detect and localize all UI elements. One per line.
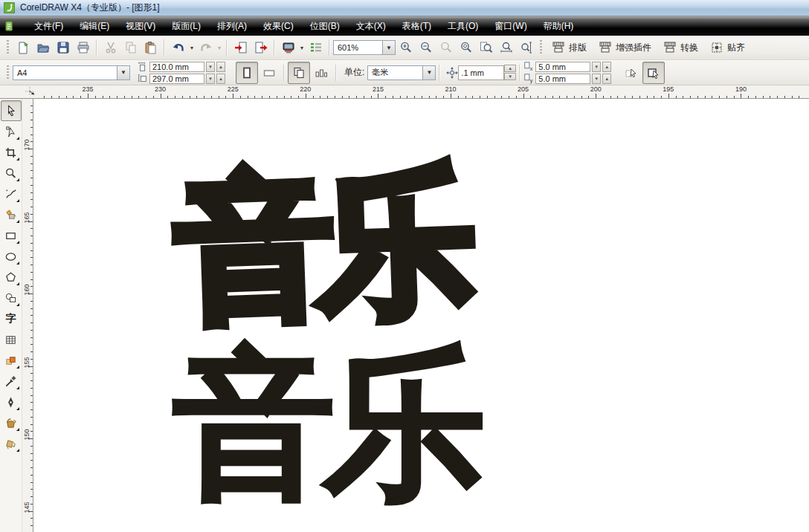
table-tool[interactable]	[1, 329, 22, 350]
duplicate-distance-y-field[interactable]: 5.0 mm	[535, 74, 590, 84]
apply-to-all-pages-button[interactable]	[288, 62, 310, 84]
toolbar-grip[interactable]	[7, 40, 9, 55]
undo-dropdown-arrow[interactable]: ▾	[188, 45, 196, 51]
save-button[interactable]	[53, 38, 73, 58]
duplicate-y-spin-up[interactable]: ▲	[602, 74, 611, 84]
vertical-ruler[interactable]: 170165160155150145	[22, 99, 33, 532]
menu-effects[interactable]: 效果(C)	[255, 17, 302, 36]
toolbar-separator	[226, 39, 228, 56]
menu-arrange[interactable]: 排列(A)	[209, 17, 255, 36]
snap-to-objects-button[interactable]	[642, 62, 665, 84]
ellipse-tool[interactable]	[1, 246, 22, 267]
paper-width-spin-down[interactable]: ▼	[206, 62, 215, 72]
nudge-spin-down[interactable]: ▼	[504, 73, 516, 80]
application-launcher-dropdown-arrow[interactable]: ▾	[298, 45, 306, 51]
ruler-tick	[30, 373, 33, 374]
shape-tool[interactable]	[1, 121, 22, 142]
ruler-tick	[30, 467, 33, 468]
apply-to-current-page-button[interactable]	[310, 62, 332, 84]
menu-text[interactable]: 文本(X)	[348, 17, 394, 36]
zoom-to-all-objects-button[interactable]	[456, 38, 476, 58]
eyedropper-tool[interactable]	[1, 371, 22, 392]
freehand-tool[interactable]	[1, 184, 22, 204]
basic-shapes-tool[interactable]	[1, 288, 22, 308]
copy-button[interactable]	[120, 38, 141, 58]
paper-height-spin-down[interactable]: ▼	[206, 74, 215, 84]
import-button[interactable]	[231, 38, 251, 58]
print-button[interactable]	[73, 38, 93, 58]
zoom-out-button[interactable]	[416, 38, 436, 58]
artwork-music-outline[interactable]: 音乐	[173, 344, 474, 506]
menu-view[interactable]: 视图(V)	[117, 17, 164, 36]
text-tool[interactable]: 字	[1, 308, 22, 329]
zoom-to-page-height-button[interactable]	[516, 38, 536, 58]
duplicate-x-spin-down[interactable]: ▼	[592, 62, 601, 72]
paper-size-dropdown-arrow[interactable]: ▼	[117, 66, 129, 80]
ruler-label: 190	[735, 85, 747, 93]
fill-tool[interactable]	[1, 412, 22, 433]
duplicate-distance-x-field[interactable]: 5.0 mm	[535, 62, 590, 72]
menu-window[interactable]: 窗口(W)	[486, 17, 535, 36]
ruler-tick	[705, 96, 706, 98]
cut-button[interactable]	[100, 38, 120, 58]
menu-layout[interactable]: 版面(L)	[164, 17, 209, 36]
crop-tool[interactable]	[1, 142, 22, 163]
zoom-tool[interactable]	[1, 163, 22, 184]
paper-size-combobox[interactable]: A4 ▼	[13, 65, 130, 80]
redo-dropdown-arrow[interactable]: ▾	[216, 45, 223, 51]
menu-help[interactable]: 帮助(H)	[535, 17, 582, 36]
ruler-tick	[30, 134, 33, 135]
paste-button[interactable]	[141, 38, 161, 58]
nudge-spin-up[interactable]: ▲	[504, 65, 516, 72]
zoom-to-page-width-button[interactable]	[496, 38, 516, 58]
pick-tool[interactable]	[1, 100, 22, 121]
toolbar-group-plugins[interactable]: 增强插件	[593, 41, 657, 54]
menu-bitmaps[interactable]: 位图(B)	[302, 17, 348, 36]
new-document-button[interactable]	[13, 38, 33, 58]
polygon-tool[interactable]	[1, 267, 22, 288]
rectangle-tool[interactable]	[1, 225, 22, 246]
units-combobox[interactable]: 毫米 ▼	[367, 65, 436, 80]
toolbar-grip[interactable]	[7, 65, 9, 80]
page-canvas[interactable]: 音乐 音乐	[33, 99, 809, 532]
export-button[interactable]	[251, 38, 271, 58]
paper-height-spin-up[interactable]: ▲	[216, 74, 225, 84]
landscape-orientation-button[interactable]	[258, 62, 280, 84]
application-launcher-button[interactable]	[278, 38, 298, 58]
menu-file[interactable]: 文件(F)	[26, 17, 71, 36]
zoom-level-combobox[interactable]: 601% ▼	[333, 40, 396, 55]
toolbar-group-snap[interactable]: 贴齐	[704, 41, 751, 54]
zoom-in-button[interactable]	[396, 38, 416, 58]
redo-button[interactable]	[196, 38, 216, 58]
artwork-music-solid[interactable]: 音乐	[173, 162, 461, 329]
ruler-origin-icon[interactable]	[25, 86, 36, 98]
paper-width-spin-up[interactable]: ▲	[216, 62, 225, 72]
nudge-offset-field[interactable]: .1 mm	[458, 65, 504, 80]
zoom-to-page-button[interactable]	[476, 38, 496, 58]
toolbar-grip[interactable]	[540, 40, 542, 55]
undo-button[interactable]	[168, 38, 188, 58]
menu-edit[interactable]: 编辑(E)	[71, 17, 117, 36]
menu-table[interactable]: 表格(T)	[394, 17, 439, 36]
menu-tools[interactable]: 工具(O)	[439, 17, 486, 36]
portrait-orientation-button[interactable]	[236, 62, 258, 84]
document-icon[interactable]	[4, 21, 16, 32]
duplicate-y-spin-down[interactable]: ▼	[592, 74, 601, 84]
toolbar-group-convert[interactable]: 转换	[657, 41, 704, 54]
paper-width-field[interactable]: 210.0 mm	[149, 62, 204, 72]
smart-fill-tool[interactable]	[1, 204, 22, 225]
options-button[interactable]	[306, 38, 326, 58]
units-dropdown-arrow[interactable]: ▼	[422, 66, 435, 80]
duplicate-x-spin-up[interactable]: ▲	[602, 62, 611, 72]
ruler-origin-corner[interactable]	[0, 85, 37, 99]
outline-pen-tool[interactable]	[1, 392, 22, 412]
horizontal-ruler[interactable]: 235230225220215210205200195190	[37, 85, 809, 99]
open-button[interactable]	[33, 38, 53, 58]
toolbar-group-typesetting[interactable]: 排版	[546, 41, 593, 54]
treat-as-filled-button[interactable]	[620, 62, 642, 84]
interactive-blend-tool[interactable]	[1, 350, 22, 371]
zoom-level-dropdown-arrow[interactable]: ▼	[382, 41, 395, 54]
interactive-fill-tool[interactable]	[1, 433, 22, 454]
paper-height-field[interactable]: 297.0 mm	[149, 74, 204, 84]
zoom-to-selection-button[interactable]	[436, 38, 456, 58]
